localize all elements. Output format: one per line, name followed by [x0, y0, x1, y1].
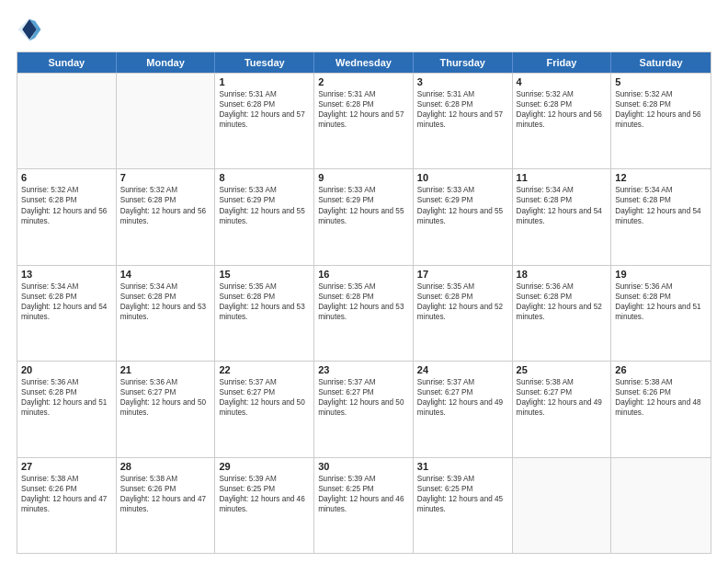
calendar-cell: 6Sunrise: 5:32 AMSunset: 6:28 PMDaylight… [17, 169, 117, 264]
cell-info: Sunset: 6:28 PM [21, 195, 112, 205]
calendar-row: 27Sunrise: 5:38 AMSunset: 6:26 PMDayligh… [17, 457, 711, 553]
logo [17, 17, 46, 42]
day-number: 12 [615, 172, 707, 183]
cell-info: Sunset: 6:27 PM [219, 387, 310, 397]
calendar-body: 1Sunrise: 5:31 AMSunset: 6:28 PMDaylight… [17, 73, 711, 553]
cell-info: Daylight: 12 hours and 56 minutes. [21, 206, 112, 226]
calendar: SundayMondayTuesdayWednesdayThursdayFrid… [17, 52, 711, 554]
cell-info: Daylight: 12 hours and 54 minutes. [21, 302, 112, 322]
day-number: 22 [219, 364, 310, 375]
day-number: 13 [21, 269, 112, 280]
calendar-row: 20Sunrise: 5:36 AMSunset: 6:28 PMDayligh… [17, 361, 711, 456]
calendar-cell: 5Sunrise: 5:32 AMSunset: 6:28 PMDaylight… [611, 74, 711, 168]
calendar-cell: 13Sunrise: 5:34 AMSunset: 6:28 PMDayligh… [17, 266, 117, 361]
cell-info: Sunrise: 5:32 AM [21, 185, 112, 195]
cell-info: Daylight: 12 hours and 48 minutes. [615, 397, 707, 418]
cell-info: Sunrise: 5:36 AM [21, 377, 112, 387]
cell-info: Sunrise: 5:34 AM [615, 185, 707, 195]
cell-info: Sunrise: 5:34 AM [120, 282, 211, 292]
calendar-header: SundayMondayTuesdayWednesdayThursdayFrid… [17, 52, 711, 73]
calendar-cell: 10Sunrise: 5:33 AMSunset: 6:29 PMDayligh… [414, 169, 513, 264]
day-number: 24 [417, 364, 508, 375]
cell-info: Sunrise: 5:33 AM [417, 185, 508, 195]
cell-info: Sunset: 6:27 PM [120, 387, 211, 397]
cell-info: Sunrise: 5:39 AM [219, 474, 310, 484]
cell-info: Sunset: 6:25 PM [219, 484, 310, 494]
cell-info: Sunrise: 5:39 AM [417, 474, 508, 484]
day-number: 21 [120, 364, 211, 375]
cell-info: Sunset: 6:26 PM [21, 484, 112, 494]
cell-info: Daylight: 12 hours and 56 minutes. [120, 206, 211, 226]
cell-info: Daylight: 12 hours and 49 minutes. [417, 397, 508, 418]
cell-info: Sunset: 6:28 PM [318, 99, 409, 109]
day-number: 9 [318, 172, 409, 183]
cell-info: Sunrise: 5:31 AM [318, 89, 409, 99]
day-number: 8 [219, 172, 310, 183]
cell-info: Daylight: 12 hours and 55 minutes. [417, 206, 508, 226]
day-of-week-header: Saturday [611, 52, 711, 73]
cell-info: Sunset: 6:28 PM [120, 292, 211, 302]
cell-info: Sunset: 6:28 PM [615, 292, 707, 302]
cell-info: Daylight: 12 hours and 57 minutes. [219, 109, 310, 130]
day-number: 1 [219, 76, 310, 87]
cell-info: Daylight: 12 hours and 57 minutes. [417, 109, 508, 130]
cell-info: Daylight: 12 hours and 56 minutes. [615, 109, 707, 130]
day-number: 15 [219, 269, 310, 280]
cell-info: Sunset: 6:29 PM [417, 195, 508, 205]
cell-info: Sunrise: 5:35 AM [417, 282, 508, 292]
calendar-cell: 4Sunrise: 5:32 AMSunset: 6:28 PMDaylight… [513, 74, 612, 168]
cell-info: Sunrise: 5:39 AM [318, 474, 409, 484]
day-number: 14 [120, 269, 211, 280]
cell-info: Sunset: 6:28 PM [615, 99, 707, 109]
calendar-cell: 24Sunrise: 5:37 AMSunset: 6:27 PMDayligh… [414, 362, 513, 456]
cell-info: Sunset: 6:28 PM [615, 195, 707, 205]
day-number: 11 [517, 172, 608, 183]
cell-info: Daylight: 12 hours and 50 minutes. [120, 397, 211, 418]
cell-info: Sunset: 6:29 PM [219, 195, 310, 205]
cell-info: Sunset: 6:28 PM [417, 99, 508, 109]
calendar-cell: 16Sunrise: 5:35 AMSunset: 6:28 PMDayligh… [314, 266, 414, 361]
calendar-cell: 3Sunrise: 5:31 AMSunset: 6:28 PMDaylight… [414, 74, 513, 168]
day-number: 3 [417, 76, 508, 87]
day-number: 16 [318, 269, 409, 280]
cell-info: Sunset: 6:27 PM [417, 387, 508, 397]
day-of-week-header: Wednesday [314, 52, 414, 73]
calendar-cell: 21Sunrise: 5:36 AMSunset: 6:27 PMDayligh… [117, 362, 216, 456]
cell-info: Daylight: 12 hours and 54 minutes. [517, 206, 608, 226]
calendar-row: 13Sunrise: 5:34 AMSunset: 6:28 PMDayligh… [17, 265, 711, 361]
day-number: 29 [219, 461, 310, 472]
day-number: 17 [417, 269, 508, 280]
cell-info: Daylight: 12 hours and 53 minutes. [219, 302, 310, 322]
cell-info: Sunset: 6:28 PM [21, 292, 112, 302]
calendar-cell: 30Sunrise: 5:39 AMSunset: 6:25 PMDayligh… [314, 458, 414, 553]
cell-info: Sunrise: 5:37 AM [219, 377, 310, 387]
day-number: 25 [517, 364, 608, 375]
cell-info: Sunrise: 5:33 AM [318, 185, 409, 195]
calendar-cell: 18Sunrise: 5:36 AMSunset: 6:28 PMDayligh… [513, 266, 612, 361]
cell-info: Sunrise: 5:38 AM [21, 474, 112, 484]
cell-info: Sunset: 6:26 PM [120, 484, 211, 494]
cell-info: Daylight: 12 hours and 50 minutes. [318, 397, 409, 418]
cell-info: Daylight: 12 hours and 52 minutes. [517, 302, 608, 322]
day-number: 27 [21, 461, 112, 472]
cell-info: Daylight: 12 hours and 55 minutes. [318, 206, 409, 226]
day-of-week-header: Thursday [414, 52, 513, 73]
cell-info: Daylight: 12 hours and 46 minutes. [219, 494, 310, 514]
cell-info: Sunrise: 5:36 AM [120, 377, 211, 387]
calendar-cell: 23Sunrise: 5:37 AMSunset: 6:27 PMDayligh… [314, 362, 414, 456]
cell-info: Sunrise: 5:37 AM [417, 377, 508, 387]
calendar-cell [17, 74, 117, 168]
calendar-row: 1Sunrise: 5:31 AMSunset: 6:28 PMDaylight… [17, 73, 711, 168]
calendar-cell: 22Sunrise: 5:37 AMSunset: 6:27 PMDayligh… [215, 362, 314, 456]
cell-info: Sunrise: 5:35 AM [318, 282, 409, 292]
cell-info: Sunset: 6:28 PM [21, 387, 112, 397]
cell-info: Daylight: 12 hours and 53 minutes. [318, 302, 409, 322]
cell-info: Daylight: 12 hours and 45 minutes. [417, 494, 508, 514]
cell-info: Sunset: 6:28 PM [318, 292, 409, 302]
cell-info: Sunset: 6:28 PM [219, 292, 310, 302]
cell-info: Sunset: 6:27 PM [318, 387, 409, 397]
day-number: 30 [318, 461, 409, 472]
cell-info: Sunrise: 5:36 AM [615, 282, 707, 292]
day-of-week-header: Friday [513, 52, 612, 73]
day-number: 19 [615, 269, 707, 280]
